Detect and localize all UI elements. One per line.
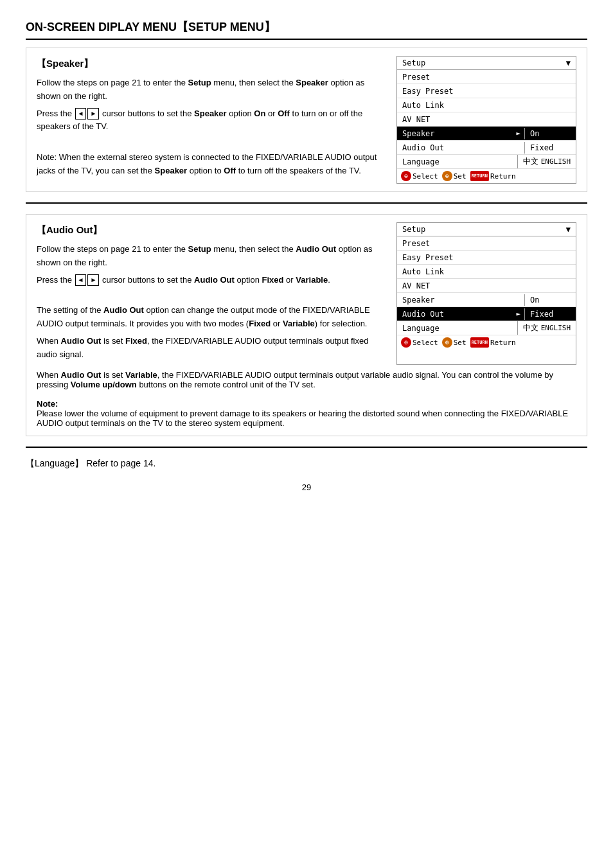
divider-1 [26, 202, 587, 204]
select-btn-2: ⊖ Select [401, 337, 438, 348]
audio-out-menu-title: Setup [402, 225, 425, 234]
audio-out-text: 【Audio Out】 Follow the steps on page 21 … [37, 222, 384, 365]
audio-out-para-3: The setting of the Audio Out option can … [37, 304, 384, 331]
audio-out-section: 【Audio Out】 Follow the steps on page 21 … [26, 214, 587, 436]
menu-row-audio-out-2: Audio Out ► Fixed [397, 307, 576, 321]
speaker-note: Note: When the external stereo system is… [37, 151, 384, 178]
menu-row-audio-out-1: Audio Out Fixed [397, 141, 576, 155]
audio-out-note-label: Note: [37, 399, 576, 409]
audio-out-menu-footer: ⊖ Select ⊕ Set RETURN Return [397, 335, 576, 350]
return-btn-2: RETURN Return [470, 337, 516, 348]
audio-out-menu-arrow-icon: ▼ [566, 225, 571, 234]
audio-out-para-5: When Audio Out is set Variable, the FIXE… [37, 370, 576, 389]
speaker-menu-footer: ⊖ Select ⊕ Set RETURN Return [397, 169, 576, 183]
language-text: 【Language】 Refer to page 14. [26, 458, 155, 468]
menu-row-auto-link-1: Auto Link [397, 98, 576, 112]
audio-out-menu-box: Setup ▼ Preset Easy Preset Auto Link AV … [396, 222, 576, 365]
speaker-para-2: Press the ◄► cursor buttons to set the S… [37, 107, 384, 134]
language-section: 【Language】 Refer to page 14. [26, 458, 587, 470]
menu-row-av-net-2: AV NET [397, 279, 576, 293]
menu-row-preset-2: Preset [397, 236, 576, 251]
audio-out-note-text: Please lower the volume of equipment to … [37, 409, 576, 428]
page-number: 29 [26, 483, 587, 492]
menu-row-speaker-2: Speaker On [397, 293, 576, 307]
select-btn-1: ⊖ Select [401, 171, 438, 181]
menu-row-speaker-1: Speaker ► On [397, 127, 576, 141]
set-btn-2: ⊕ Set [442, 337, 466, 348]
speaker-menu-header: Setup ▼ [397, 57, 576, 70]
menu-row-language-2: Language 中文 ENGLISH [397, 321, 576, 335]
speaker-section: 【Speaker】 Follow the steps on page 21 to… [26, 48, 587, 192]
speaker-para-1: Follow the steps on page 21 to enter the… [37, 76, 384, 103]
audio-out-menu-header: Setup ▼ [397, 223, 576, 236]
menu-row-easy-preset-2: Easy Preset [397, 251, 576, 265]
menu-row-av-net-1: AV NET [397, 112, 576, 127]
audio-out-title: 【Audio Out】 [37, 222, 384, 238]
set-btn-1: ⊕ Set [442, 171, 466, 181]
audio-out-para-2: Press the ◄► cursor buttons to set the A… [37, 274, 384, 287]
audio-out-para-4: When Audio Out is set Fixed, the FIXED/V… [37, 335, 384, 362]
speaker-menu-box: Setup ▼ Preset Easy Preset Auto Link AV … [396, 56, 576, 184]
return-btn-1: RETURN Return [470, 171, 516, 181]
divider-2 [26, 447, 587, 448]
menu-row-easy-preset-1: Easy Preset [397, 84, 576, 98]
menu-row-preset-1: Preset [397, 70, 576, 84]
menu-row-auto-link-2: Auto Link [397, 265, 576, 279]
speaker-title: 【Speaker】 [37, 56, 384, 71]
menu-row-language-1: Language 中文 ENGLISH [397, 155, 576, 169]
audio-out-para-1: Follow the steps on page 21 to enter the… [37, 243, 384, 270]
speaker-menu-title: Setup [402, 58, 425, 67]
speaker-text: 【Speaker】 Follow the steps on page 21 to… [37, 56, 384, 184]
speaker-menu-arrow: ▼ [566, 58, 571, 67]
page-title: ON-SCREEN DIPLAY MENU【SETUP MENU】 [26, 19, 587, 40]
